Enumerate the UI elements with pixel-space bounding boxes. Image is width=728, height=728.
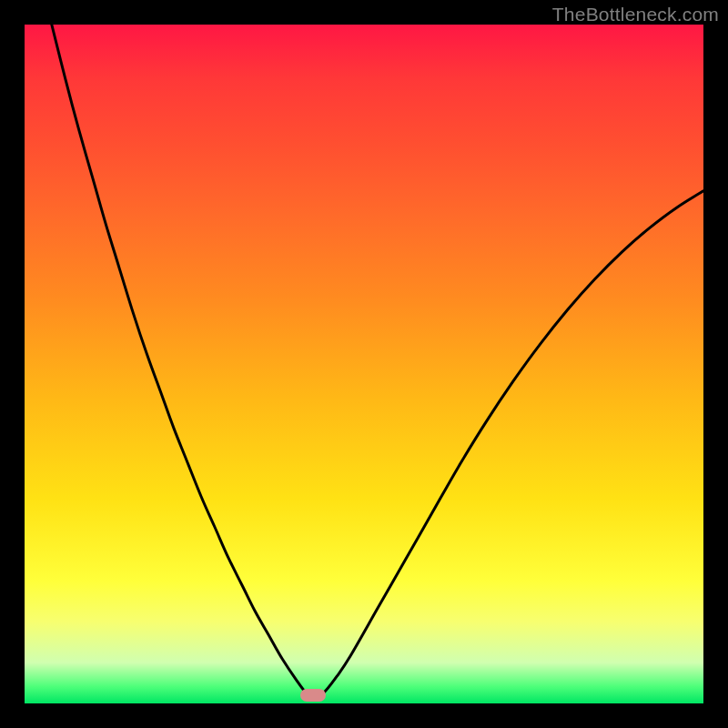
watermark-text: TheBottleneck.com xyxy=(552,4,719,25)
minimum-marker xyxy=(300,689,326,702)
plot-area xyxy=(25,25,703,703)
bottleneck-curve xyxy=(25,25,703,703)
chart-frame: TheBottleneck.com xyxy=(0,0,728,728)
